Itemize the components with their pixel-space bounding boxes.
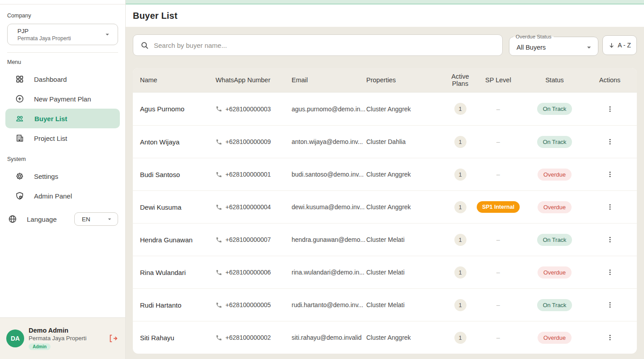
sp-level-cell: –: [496, 269, 500, 276]
whatsapp-cell: +628100000006: [216, 269, 292, 276]
language-value: EN: [82, 216, 90, 223]
row-actions-button[interactable]: [604, 233, 616, 246]
logout-icon: [108, 334, 118, 343]
table-row: Anton Wijaya +628100000009 anton.wijaya@…: [133, 125, 637, 158]
column-header-status: Status: [545, 76, 564, 84]
row-actions-button[interactable]: [604, 103, 616, 115]
status-badge: On Track: [537, 299, 572, 311]
status-badge: Overdue: [538, 332, 572, 344]
table-row: Agus Purnomo +628100000003 agus.purnomo@…: [133, 93, 637, 125]
content-area: Overdue Status All Buyers A - Z NameWhat…: [126, 27, 644, 359]
company-select[interactable]: PJP Permata Jaya Properti: [7, 24, 118, 45]
buyer-name-cell: Rudi Hartanto: [140, 301, 216, 309]
properties-cell: Cluster Melati: [366, 269, 443, 276]
table-row: Dewi Kusuma +628100000004 dewi.kusuma@de…: [133, 190, 637, 223]
row-actions-button[interactable]: [604, 299, 616, 311]
status-badge: On Track: [537, 234, 572, 246]
phone-icon: [216, 106, 222, 112]
sidebar-item-settings[interactable]: Settings: [5, 166, 120, 186]
logout-button[interactable]: [108, 334, 118, 343]
active-plans-cell: 1: [454, 103, 466, 115]
phone-icon: [216, 334, 222, 341]
properties-cell: Cluster Melati: [366, 236, 443, 243]
column-header-sp-level: SP Level: [485, 76, 511, 84]
sidebar-top-divider: [0, 0, 125, 4]
row-actions-button[interactable]: [604, 201, 616, 213]
active-plans-badge: 1: [454, 169, 466, 181]
search-box: [133, 34, 503, 56]
whatsapp-cell: +628100000005: [216, 301, 292, 308]
whatsapp-number: +628100000007: [225, 236, 271, 243]
active-plans-badge: 1: [454, 299, 466, 311]
status-badge: On Track: [537, 136, 572, 148]
overdue-status-select[interactable]: Overdue Status All Buyers: [509, 34, 598, 56]
toolbar: Overdue Status All Buyers A - Z: [133, 34, 637, 56]
active-plans-badge: 1: [454, 332, 466, 344]
status-cell: On Track: [537, 103, 572, 115]
whatsapp-cell: +628100000007: [216, 236, 292, 243]
user-name: Demo Admin: [29, 327, 108, 334]
column-header-name: Name: [140, 76, 216, 84]
sp-level-cell: –: [496, 301, 500, 308]
language-label: Language: [27, 215, 57, 223]
whatsapp-cell: +628100000002: [216, 334, 292, 341]
sidebar-item-admin-panel[interactable]: Admin Panel: [5, 186, 120, 206]
actions-cell: [604, 233, 616, 246]
plus-circle-icon: [15, 94, 24, 103]
phone-icon: [216, 269, 222, 276]
language-select[interactable]: EN: [74, 212, 118, 226]
email-cell: anton.wijaya@demo.inv...: [292, 138, 366, 145]
active-plans-badge: 1: [454, 266, 466, 279]
sidebar-item-dashboard[interactable]: Dashboard: [5, 69, 120, 89]
actions-cell: [604, 168, 616, 181]
status-badge: Overdue: [538, 169, 572, 181]
whatsapp-number: +628100000002: [225, 334, 271, 341]
row-actions-button[interactable]: [604, 331, 616, 344]
table-row: Rina Wulandari +628100000006 rina.wuland…: [133, 256, 637, 288]
row-actions-button[interactable]: [604, 168, 616, 181]
menu-list: DashboardNew Payment PlanBuyer ListProje…: [0, 69, 125, 148]
row-actions-button[interactable]: [604, 266, 616, 279]
actions-cell: [604, 299, 616, 311]
properties-cell: Cluster Anggrek: [366, 334, 443, 341]
sidebar-item-project-list[interactable]: Project List: [5, 128, 120, 148]
main-area: Buyer List Overdue Status All Buyers: [126, 0, 644, 359]
sp-level-badge: SP1 Internal: [477, 201, 520, 213]
top-accent-bar: [126, 0, 644, 4]
building-icon: [15, 134, 24, 143]
dashboard-grid-icon: [15, 75, 24, 84]
kebab-icon: [606, 106, 614, 113]
active-plans-cell: 1: [454, 136, 466, 148]
whatsapp-cell: +628100000009: [216, 138, 292, 145]
sp-level-cell: –: [496, 138, 500, 145]
chevron-down-icon: [106, 215, 113, 223]
active-plans-cell: 1: [454, 332, 466, 344]
sidebar-item-new-payment-plan[interactable]: New Payment Plan: [5, 89, 120, 109]
menu-item-label: New Payment Plan: [34, 95, 91, 103]
row-actions-button[interactable]: [604, 135, 616, 148]
whatsapp-number: +628100000009: [225, 138, 271, 145]
kebab-icon: [606, 138, 614, 145]
buyer-name-cell: Hendra Gunawan: [140, 236, 216, 244]
table-row: Budi Santoso +628100000001 budi.santoso@…: [133, 158, 637, 190]
sidebar-item-buyer-list[interactable]: Buyer List: [5, 109, 120, 128]
sp-level-cell: SP1 Internal: [477, 201, 520, 213]
actions-cell: [604, 331, 616, 344]
page-title: Buyer List: [133, 11, 178, 21]
status-badge: Overdue: [538, 266, 572, 279]
properties-cell: Cluster Melati: [366, 301, 443, 308]
menu-section-label: Menu: [0, 53, 125, 65]
chevron-down-icon: [585, 43, 593, 52]
column-header-whatsapp-number: WhatsApp Number: [216, 76, 292, 84]
kebab-icon: [606, 301, 614, 308]
active-plans-cell: 1: [454, 266, 466, 279]
admin-badge-icon: [15, 191, 24, 200]
active-plans-badge: 1: [454, 201, 466, 213]
active-plans-cell: 1: [454, 201, 466, 213]
sort-button[interactable]: A - Z: [602, 35, 637, 55]
user-company: Permata Jaya Properti: [29, 335, 108, 342]
sp-level-cell: –: [496, 236, 500, 243]
actions-cell: [604, 266, 616, 279]
arrow-down-icon: [608, 42, 615, 49]
search-input[interactable]: [154, 42, 495, 49]
